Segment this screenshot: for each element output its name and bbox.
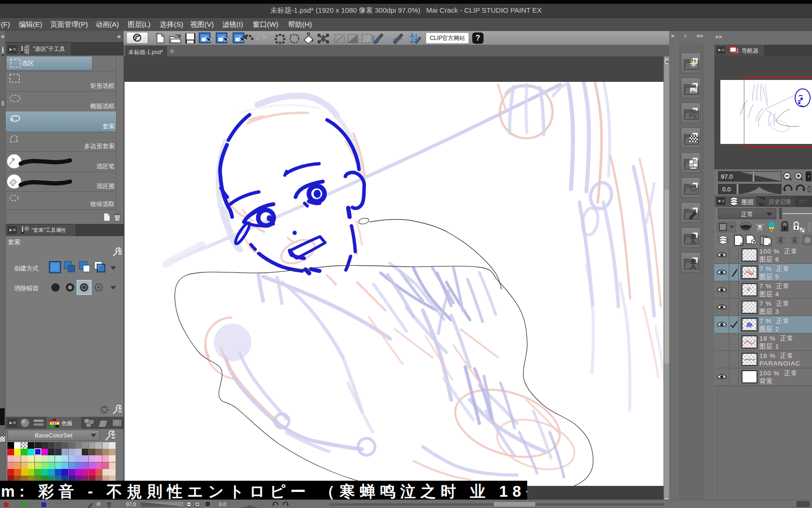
svg-text:PARANOIAC: PARANOIAC bbox=[744, 359, 756, 361]
